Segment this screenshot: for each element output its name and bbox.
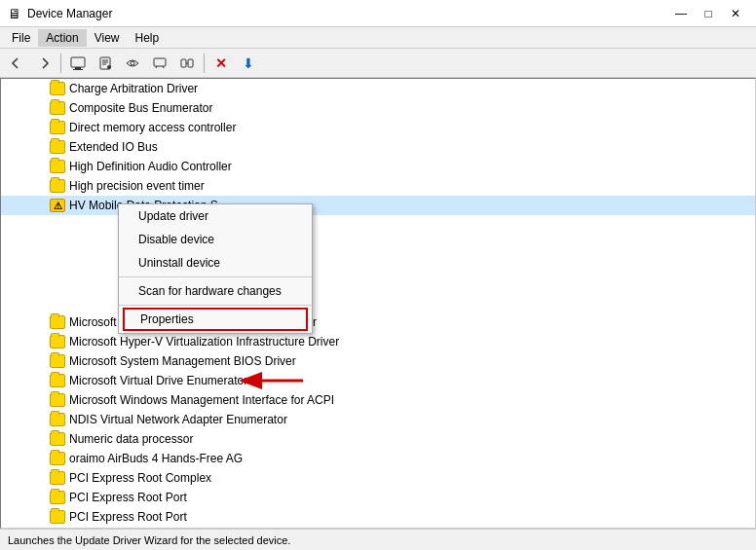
item-label: Microsoft Hyper-V Virtualization Infrast… bbox=[69, 335, 339, 348]
list-item[interactable]: PCI Express Root Port bbox=[1, 527, 755, 529]
list-item[interactable]: Microsoft Windows Management Interface f… bbox=[1, 390, 755, 410]
folder-icon bbox=[50, 471, 65, 485]
folder-icon bbox=[50, 335, 65, 348]
list-item[interactable]: PCI Express Root Port bbox=[1, 488, 755, 507]
list-item[interactable]: Microsoft System Management BIOS Driver bbox=[1, 351, 755, 371]
folder-icon bbox=[50, 413, 65, 426]
list-item[interactable]: Direct memory access controller bbox=[1, 118, 755, 137]
status-bar: Launches the Update Driver Wizard for th… bbox=[0, 529, 756, 550]
item-label: Direct memory access controller bbox=[69, 121, 236, 134]
list-item[interactable]: High precision event timer bbox=[1, 176, 755, 196]
resource-button[interactable] bbox=[174, 52, 200, 75]
item-label: Extended IO Bus bbox=[69, 140, 158, 154]
list-item[interactable]: High Definition Audio Controller bbox=[1, 157, 755, 176]
properties-item[interactable]: Properties bbox=[123, 308, 308, 331]
properties-button[interactable] bbox=[93, 52, 118, 75]
device-type-button[interactable] bbox=[147, 52, 172, 75]
folder-icon bbox=[50, 510, 65, 524]
tree-area[interactable]: Charge Arbitration Driver Composite Bus … bbox=[0, 78, 756, 529]
folder-icon bbox=[50, 315, 65, 329]
menu-file[interactable]: File bbox=[4, 29, 38, 47]
svg-point-7 bbox=[107, 65, 111, 69]
item-label: PCI Express Root Port bbox=[69, 491, 187, 504]
list-item[interactable]: Numeric data processor bbox=[1, 429, 755, 449]
folder-icon bbox=[50, 121, 65, 134]
folder-icon bbox=[50, 82, 65, 95]
disable-device-item[interactable]: Disable device bbox=[119, 228, 312, 251]
minimize-button[interactable]: — bbox=[668, 4, 694, 23]
item-label: Microsoft Windows Management Interface f… bbox=[69, 393, 334, 407]
item-label: Composite Bus Enumerator bbox=[69, 101, 212, 115]
item-label: Microsoft System Management BIOS Driver bbox=[69, 354, 296, 368]
list-item-highlighted[interactable]: ⚠ HV Mobile Data Protection S... Update … bbox=[1, 196, 755, 215]
svg-rect-12 bbox=[181, 59, 186, 67]
svg-rect-13 bbox=[188, 59, 193, 67]
computer-view-button[interactable] bbox=[65, 52, 91, 75]
warning-icon: ⚠ bbox=[50, 199, 65, 212]
folder-icon bbox=[50, 393, 65, 407]
list-item[interactable]: oraimo AirBuds 4 Hands-Free AG bbox=[1, 449, 755, 468]
item-label: High Definition Audio Controller bbox=[69, 160, 232, 173]
list-item[interactable]: Microsoft Virtual Drive Enumerator bbox=[1, 371, 755, 390]
list-item[interactable]: Microsoft ACPI-Compliant Embedded Contro… bbox=[1, 312, 755, 332]
maximize-button[interactable]: □ bbox=[696, 4, 721, 23]
folder-icon bbox=[50, 374, 65, 387]
item-label: High precision event timer bbox=[69, 179, 205, 193]
svg-rect-1 bbox=[75, 67, 81, 69]
list-item[interactable]: NDIS Virtual Network Adapter Enumerator bbox=[1, 410, 755, 429]
main-area: Charge Arbitration Driver Composite Bus … bbox=[0, 78, 756, 529]
folder-icon bbox=[50, 160, 65, 173]
menu-bar: File Action View Help bbox=[0, 27, 756, 49]
list-item[interactable]: Charge Arbitration Driver bbox=[1, 79, 755, 98]
back-button[interactable] bbox=[4, 52, 29, 75]
context-menu: Update driver Disable device Uninstall d… bbox=[118, 203, 313, 334]
list-item[interactable]: Composite Bus Enumerator bbox=[1, 98, 755, 118]
folder-icon bbox=[50, 432, 65, 446]
uninstall-device-item[interactable]: Uninstall device bbox=[119, 251, 312, 275]
folder-icon bbox=[50, 101, 65, 115]
window-title: Device Manager bbox=[27, 7, 668, 20]
scan-hardware-item[interactable]: Scan for hardware changes bbox=[119, 279, 312, 303]
remove-button[interactable]: ✕ bbox=[208, 52, 234, 75]
install-button[interactable]: ⬇ bbox=[236, 52, 261, 75]
menu-help[interactable]: Help bbox=[128, 29, 168, 47]
menu-view[interactable]: View bbox=[87, 29, 128, 47]
title-bar: 🖥 Device Manager — □ ✕ bbox=[0, 0, 756, 27]
folder-icon bbox=[50, 452, 65, 465]
menu-action[interactable]: Action bbox=[38, 29, 86, 47]
svg-rect-9 bbox=[154, 58, 166, 66]
item-label: PCI Express Root Port bbox=[69, 510, 187, 524]
item-label: NDIS Virtual Network Adapter Enumerator bbox=[69, 413, 287, 426]
status-text: Launches the Update Driver Wizard for th… bbox=[8, 534, 290, 546]
svg-rect-0 bbox=[71, 57, 85, 67]
toolbar: ✕ ⬇ bbox=[0, 49, 756, 78]
svg-rect-2 bbox=[73, 69, 83, 70]
show-hidden-button[interactable] bbox=[120, 52, 145, 75]
close-button[interactable]: ✕ bbox=[723, 4, 748, 23]
item-label: Charge Arbitration Driver bbox=[69, 82, 198, 95]
title-bar-controls: — □ ✕ bbox=[668, 4, 748, 23]
svg-point-8 bbox=[131, 61, 134, 65]
item-label: Numeric data processor bbox=[69, 432, 193, 446]
list-item[interactable]: PCI Express Root Port bbox=[1, 507, 755, 527]
folder-icon bbox=[50, 491, 65, 504]
window-icon: 🖥 bbox=[8, 6, 21, 21]
item-label: oraimo AirBuds 4 Hands-Free AG bbox=[69, 452, 243, 465]
folder-icon bbox=[50, 140, 65, 154]
list-item[interactable]: PCI Express Root Complex bbox=[1, 468, 755, 488]
folder-icon bbox=[50, 179, 65, 193]
list-item[interactable]: Extended IO Bus bbox=[1, 137, 755, 157]
item-label: PCI Express Root Complex bbox=[69, 471, 211, 485]
update-driver-item[interactable]: Update driver bbox=[119, 204, 312, 228]
folder-icon bbox=[50, 354, 65, 368]
forward-button[interactable] bbox=[31, 52, 57, 75]
list-item[interactable]: Microsoft Hyper-V Virtualization Infrast… bbox=[1, 332, 755, 351]
item-label: Microsoft Virtual Drive Enumerator bbox=[69, 374, 247, 387]
